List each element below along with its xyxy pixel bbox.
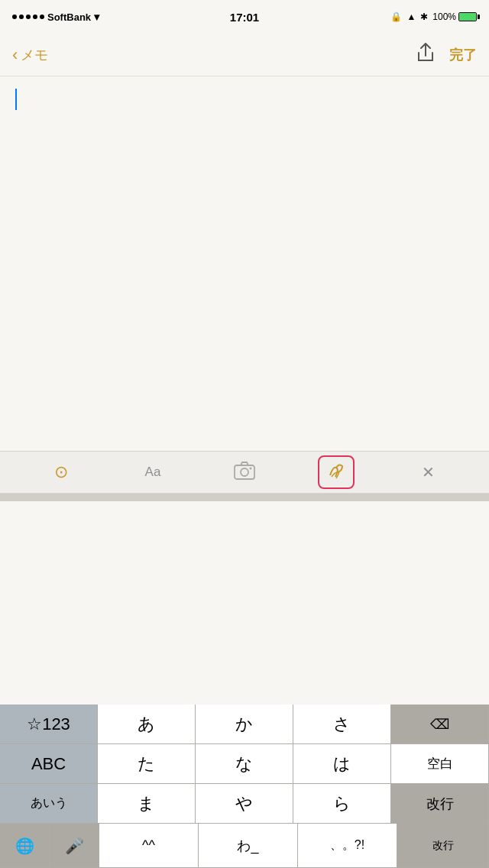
note-area[interactable] (0, 76, 489, 451)
key-na[interactable]: な (196, 744, 293, 784)
notes-toolbar: ⊙ Aa ✕ (0, 451, 489, 494)
carrier-name: SoftBank (47, 11, 91, 23)
key-punctuation[interactable]: 、。?! (298, 824, 397, 868)
camera-button[interactable] (226, 455, 263, 489)
pencil-icon (325, 460, 347, 484)
back-chevron-icon: ‹ (12, 47, 18, 63)
battery-container: 100% (432, 11, 477, 22)
svg-point-2 (250, 468, 252, 470)
format-button[interactable]: Aa (134, 455, 171, 489)
nav-right: 完了 (417, 43, 477, 67)
wifi-icon: ▾ (94, 11, 99, 23)
key-ha[interactable]: は (293, 744, 391, 784)
key-return[interactable]: 改行 (391, 784, 489, 824)
key-abc[interactable]: ABC (0, 744, 98, 784)
pencil-button[interactable] (318, 455, 355, 489)
signal-dot-5 (40, 15, 44, 19)
keyboard-row-3: あいう ま や ら 改行 (0, 784, 489, 824)
delete-icon: ⌫ (430, 716, 449, 733)
key-123[interactable]: ☆123 (0, 704, 98, 744)
close-icon: ✕ (422, 463, 435, 481)
status-bar: SoftBank ▾ 17:01 🔒 ▲ ✱ 100% (0, 0, 489, 34)
keyboard: ☆123 あ か さ ⌫ ABC た な は 空白 (0, 704, 489, 868)
svg-point-1 (241, 468, 248, 476)
signal-dot-1 (12, 15, 17, 19)
key-ta[interactable]: た (98, 744, 196, 784)
key-a[interactable]: あ (98, 704, 196, 744)
status-time: 17:01 (230, 11, 259, 24)
back-label: メモ (21, 46, 48, 64)
signal-dot-3 (26, 15, 31, 19)
key-ra[interactable]: ら (293, 784, 391, 824)
mic-icon: 🎤 (65, 837, 84, 855)
globe-icon: 🌐 (15, 837, 34, 855)
keyboard-row-1: ☆123 あ か さ ⌫ (0, 704, 489, 744)
key-wa[interactable]: わ_ (199, 824, 298, 868)
status-left: SoftBank ▾ (12, 11, 99, 23)
keyboard-row-2: ABC た な は 空白 (0, 744, 489, 784)
keyboard-separator (0, 494, 489, 501)
nav-bar: ‹ メモ 完了 (0, 34, 489, 76)
battery-fill (459, 13, 476, 21)
signal-dots (12, 15, 44, 19)
lock-icon: 🔒 (390, 11, 402, 22)
signal-dot-4 (33, 15, 37, 19)
svg-rect-0 (235, 465, 254, 479)
back-button[interactable]: ‹ メモ (12, 46, 48, 64)
signal-dot-2 (19, 15, 24, 19)
bluetooth-icon: ✱ (420, 11, 428, 22)
share-icon[interactable] (417, 43, 434, 67)
key-ma[interactable]: ま (98, 784, 196, 824)
keyboard-row-4: 🌐 🎤 ^^ わ_ 、。?! 改行 (0, 824, 489, 868)
key-mic[interactable]: 🎤 (50, 824, 99, 868)
key-aiueo[interactable]: あいう (0, 784, 98, 824)
key-ya[interactable]: や (196, 784, 293, 824)
key-sa[interactable]: さ (293, 704, 391, 744)
close-button[interactable]: ✕ (410, 455, 446, 489)
checklist-button[interactable]: ⊙ (43, 455, 79, 489)
location-icon: ▲ (406, 11, 416, 22)
key-return-bottom[interactable]: 改行 (397, 824, 489, 868)
done-button[interactable]: 完了 (449, 46, 477, 64)
text-cursor (15, 89, 17, 110)
key-space[interactable]: 空白 (391, 744, 489, 784)
format-icon: Aa (145, 465, 161, 480)
checklist-icon: ⊙ (54, 462, 68, 482)
battery-icon (458, 12, 477, 21)
battery-pct-label: 100% (432, 11, 456, 22)
key-delete[interactable]: ⌫ (391, 704, 489, 744)
key-kigou[interactable]: ^^ (99, 824, 199, 868)
key-globe[interactable]: 🌐 (0, 824, 50, 868)
key-ka[interactable]: か (196, 704, 293, 744)
status-right: 🔒 ▲ ✱ 100% (390, 11, 477, 22)
camera-icon (234, 462, 255, 483)
